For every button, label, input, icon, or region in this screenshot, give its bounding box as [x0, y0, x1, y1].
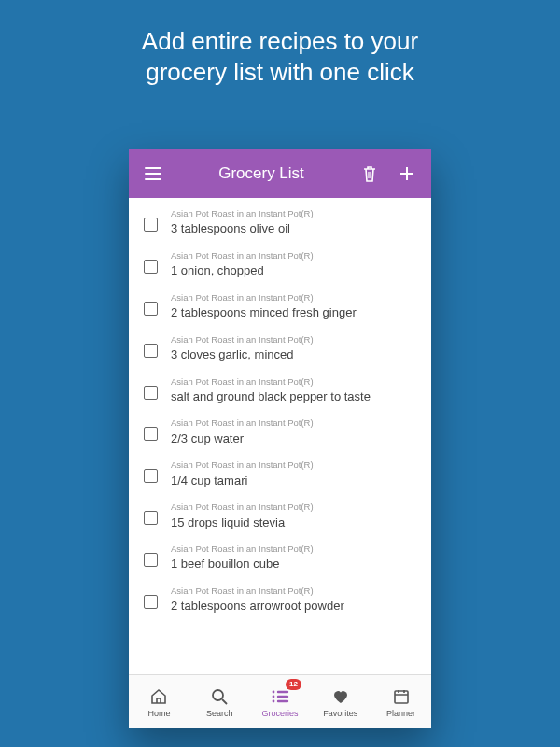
tab-label: Search — [206, 709, 233, 718]
item-name: 2 tablespoons arrowroot powder — [171, 598, 418, 614]
list-item[interactable]: Asian Pot Roast in an Instant Pot(R)3 cl… — [129, 328, 431, 370]
item-name: 1/4 cup tamari — [171, 472, 418, 489]
item-name: 3 cloves garlic, minced — [171, 346, 418, 363]
item-source: Asian Pot Roast in an Instant Pot(R) — [171, 292, 418, 303]
item-source: Asian Pot Roast in an Instant Pot(R) — [171, 376, 418, 388]
tab-label: Planner — [386, 709, 415, 718]
list-item[interactable]: Asian Pot Roast in an Instant Pot(R)1 be… — [129, 537, 431, 579]
checkbox[interactable] — [144, 260, 158, 274]
item-name: 1 onion, chopped — [171, 262, 418, 279]
svg-point-0 — [213, 690, 223, 700]
tab-home[interactable]: Home — [129, 675, 189, 728]
list-item[interactable]: Asian Pot Roast in an Instant Pot(R)2 ta… — [129, 579, 431, 621]
item-source: Asian Pot Roast in an Instant Pot(R) — [171, 585, 418, 597]
calendar-icon — [392, 686, 411, 707]
checkbox[interactable] — [144, 469, 158, 483]
list-item[interactable]: Asian Pot Roast in an Instant Pot(R)salt… — [129, 370, 431, 412]
phone-frame: Grocery List Asian Pot Roast in an Insta… — [129, 149, 431, 728]
search-icon — [210, 686, 229, 707]
item-name: 3 tablespoons olive oil — [171, 220, 418, 237]
svg-point-1 — [273, 690, 275, 693]
item-text: Asian Pot Roast in an Instant Pot(R)2 ta… — [171, 292, 418, 321]
item-source: Asian Pot Roast in an Instant Pot(R) — [171, 543, 418, 555]
item-name: 2/3 cup water — [171, 430, 418, 447]
item-text: Asian Pot Roast in an Instant Pot(R)3 cl… — [171, 334, 418, 363]
checkbox[interactable] — [144, 511, 158, 525]
page-title: Grocery List — [164, 164, 358, 183]
item-text: Asian Pot Roast in an Instant Pot(R)1 on… — [171, 250, 418, 279]
tab-label: Favorites — [323, 709, 357, 718]
checkbox[interactable] — [144, 427, 158, 441]
svg-point-2 — [273, 695, 275, 698]
promo-line-1: Add entire recipes to your — [142, 27, 418, 55]
list-item[interactable]: Asian Pot Roast in an Instant Pot(R)1 on… — [129, 244, 431, 286]
bottom-nav: Home Search 12 Groceries Favorites — [129, 674, 431, 728]
item-source: Asian Pot Roast in an Instant Pot(R) — [171, 334, 418, 345]
checkbox[interactable] — [144, 302, 158, 316]
item-name: salt and ground black pepper to taste — [171, 388, 418, 405]
list-item[interactable]: Asian Pot Roast in an Instant Pot(R)1/4 … — [129, 453, 431, 495]
home-icon — [149, 686, 168, 707]
list-item[interactable]: Asian Pot Roast in an Instant Pot(R)2 ta… — [129, 286, 431, 328]
tab-label: Home — [147, 709, 170, 718]
svg-rect-4 — [395, 691, 408, 703]
tab-search[interactable]: Search — [189, 675, 250, 728]
groceries-badge: 12 — [286, 679, 301, 690]
item-source: Asian Pot Roast in an Instant Pot(R) — [171, 501, 418, 513]
checkbox[interactable] — [144, 553, 158, 567]
item-text: Asian Pot Roast in an Instant Pot(R)salt… — [171, 376, 418, 405]
item-source: Asian Pot Roast in an Instant Pot(R) — [171, 417, 418, 429]
item-name: 15 drops liquid stevia — [171, 514, 418, 531]
item-name: 2 tablespoons minced fresh ginger — [171, 304, 418, 321]
svg-point-3 — [273, 699, 275, 702]
checkbox[interactable] — [144, 344, 158, 358]
item-text: Asian Pot Roast in an Instant Pot(R)2 ta… — [171, 585, 418, 614]
checkbox[interactable] — [144, 595, 158, 609]
item-source: Asian Pot Roast in an Instant Pot(R) — [171, 208, 418, 219]
item-text: Asian Pot Roast in an Instant Pot(R)3 ta… — [171, 208, 418, 237]
item-source: Asian Pot Roast in an Instant Pot(R) — [171, 459, 418, 471]
tab-favorites[interactable]: Favorites — [310, 675, 371, 728]
promo-line-2: grocery list with one click — [146, 58, 414, 86]
list-item[interactable]: Asian Pot Roast in an Instant Pot(R)2/3 … — [129, 411, 431, 453]
list-item[interactable]: Asian Pot Roast in an Instant Pot(R)3 ta… — [129, 202, 431, 244]
tab-planner[interactable]: Planner — [371, 675, 431, 728]
checkbox[interactable] — [144, 218, 158, 232]
item-text: Asian Pot Roast in an Instant Pot(R)1/4 … — [171, 459, 418, 488]
item-name: 1 beef bouillon cube — [171, 556, 418, 572]
tab-label: Groceries — [261, 709, 298, 718]
tab-groceries[interactable]: 12 Groceries — [250, 675, 311, 728]
trash-icon[interactable] — [358, 162, 381, 185]
add-icon[interactable] — [396, 162, 418, 185]
menu-icon[interactable] — [142, 162, 164, 185]
item-text: Asian Pot Roast in an Instant Pot(R)1 be… — [171, 543, 418, 572]
heart-icon — [331, 686, 350, 707]
grocery-list: Asian Pot Roast in an Instant Pot(R)3 ta… — [129, 198, 431, 674]
checkbox[interactable] — [144, 386, 158, 400]
promo-headline: Add entire recipes to your grocery list … — [0, 26, 560, 87]
item-text: Asian Pot Roast in an Instant Pot(R)2/3 … — [171, 417, 418, 446]
app-bar: Grocery List — [129, 149, 431, 198]
list-item[interactable]: Asian Pot Roast in an Instant Pot(R)15 d… — [129, 495, 431, 537]
item-text: Asian Pot Roast in an Instant Pot(R)15 d… — [171, 501, 418, 530]
item-source: Asian Pot Roast in an Instant Pot(R) — [171, 250, 418, 261]
